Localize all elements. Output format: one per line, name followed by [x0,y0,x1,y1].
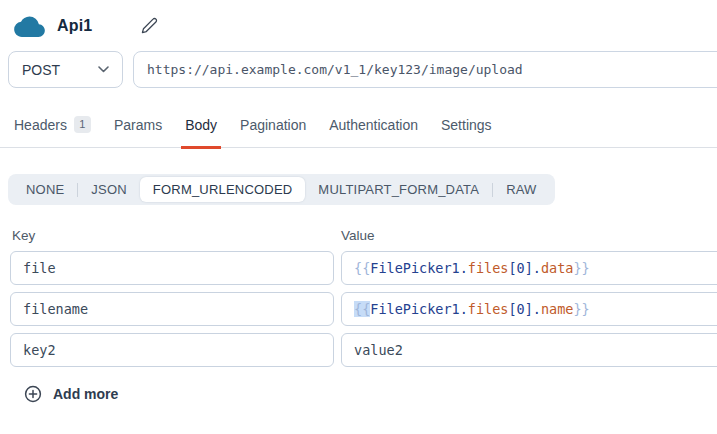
edit-name-button[interactable] [141,17,158,34]
tab-pagination[interactable]: Pagination [240,117,306,147]
key-input-1[interactable] [10,251,334,285]
highlighted-braces: {{ [354,301,370,317]
value-input-1[interactable]: {{FilePicker1.files[0].data}} [341,251,717,285]
tab-body[interactable]: Body [185,117,217,147]
api-header: Api1 [0,0,717,42]
form-row: value2 [10,333,717,367]
body-type-switcher: NONE JSON FORM_URLENCODED MULTIPART_FORM… [8,174,555,205]
key-column-header: Key [12,228,341,243]
form-row: {{FilePicker1.files[0].data}} [10,251,717,285]
form-column-headers: Key Value [12,228,717,243]
chevron-down-icon [98,66,109,73]
key-input-3[interactable] [10,333,334,367]
tab-settings[interactable]: Settings [441,117,492,147]
method-select[interactable]: POST [8,51,123,88]
method-label: POST [22,62,60,78]
value-input-3[interactable]: value2 [341,333,717,367]
headers-count-badge: 1 [74,116,91,133]
value-column-header: Value [341,228,717,243]
add-more-button[interactable]: Add more [24,385,118,403]
tab-params[interactable]: Params [114,117,162,147]
cloud-icon [14,14,45,37]
api-title: Api1 [57,17,92,35]
request-tabs: Headers 1 Params Body Pagination Authent… [0,117,717,148]
value-input-2[interactable]: {{FilePicker1.files[0].name}} [341,292,717,326]
body-type-none[interactable]: NONE [13,177,77,202]
add-more-label: Add more [53,386,118,402]
pencil-icon [141,17,158,34]
form-row: {{FilePicker1.files[0].name}} [10,292,717,326]
body-type-form-urlencoded[interactable]: FORM_URLENCODED [140,177,306,202]
tab-authentication[interactable]: Authentication [329,117,418,147]
key-input-2[interactable] [10,292,334,326]
request-bar: POST [8,51,717,88]
url-input[interactable] [133,51,717,88]
body-type-json[interactable]: JSON [78,177,139,202]
body-type-raw[interactable]: RAW [493,177,549,202]
tab-headers[interactable]: Headers 1 [14,117,91,147]
plus-circle-icon [24,385,42,403]
body-type-multipart-form-data[interactable]: MULTIPART_FORM_DATA [305,177,492,202]
